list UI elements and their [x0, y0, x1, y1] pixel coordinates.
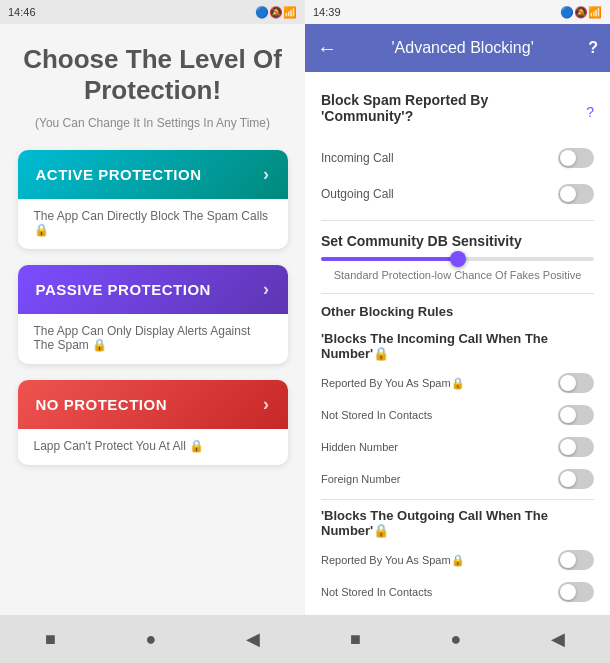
none-chevron-icon: › [263, 394, 270, 415]
active-protection-button[interactable]: ACTIVE PROTECTION › [18, 150, 288, 199]
left-nav-stop[interactable]: ■ [45, 629, 56, 650]
incoming-call-toggle[interactable] [558, 148, 594, 168]
right-nav-back[interactable]: ◀ [551, 628, 565, 650]
active-chevron-icon: › [263, 164, 270, 185]
active-protection-desc: The App Can Directly Block The Spam Call… [18, 199, 288, 249]
incoming-item-2: Hidden Number [321, 431, 594, 463]
no-protection-button[interactable]: NO PROTECTION › [18, 380, 288, 429]
incoming-item-label-3: Foreign Number [321, 473, 400, 485]
help-button[interactable]: ? [588, 39, 598, 57]
active-protection-card[interactable]: ACTIVE PROTECTION › The App Can Directly… [18, 150, 288, 249]
left-status-icons: 🔵🔕📶 [255, 6, 297, 19]
right-nav-stop[interactable]: ■ [350, 629, 361, 650]
incoming-item-0: Reported By You As Spam🔒 [321, 367, 594, 399]
block-spam-header-row: Block Spam Reported By 'Community'? ? [321, 84, 594, 140]
incoming-toggle-3[interactable] [558, 469, 594, 489]
left-nav-back[interactable]: ◀ [246, 628, 260, 650]
incoming-item-1: Not Stored In Contacts [321, 399, 594, 431]
outgoing-call-row: Outgoing Call [321, 176, 594, 212]
left-status-bar: 14:46 🔵🔕📶 [0, 0, 305, 24]
right-bottom-nav: ■ ● ◀ [305, 615, 610, 663]
outgoing-toggle-1[interactable] [558, 582, 594, 602]
passive-chevron-icon: › [263, 279, 270, 300]
outgoing-item-1: Not Stored In Contacts [321, 576, 594, 608]
sensitivity-title: Set Community DB Sensitivity [321, 233, 594, 249]
passive-protection-button[interactable]: PASSIVE PROTECTION › [18, 265, 288, 314]
incoming-block-group: 'Blocks The Incoming Call When The Numbe… [305, 323, 610, 499]
outgoing-call-toggle[interactable] [558, 184, 594, 204]
outgoing-item-0: Reported By You As Spam🔒 [321, 544, 594, 576]
right-content: Block Spam Reported By 'Community'? ? In… [305, 72, 610, 615]
outgoing-call-label: Outgoing Call [321, 187, 558, 201]
left-time: 14:46 [8, 6, 36, 18]
incoming-item-label-1: Not Stored In Contacts [321, 409, 432, 421]
incoming-block-group-title: 'Blocks The Incoming Call When The Numbe… [321, 331, 594, 361]
block-spam-section: Block Spam Reported By 'Community'? ? In… [305, 72, 610, 220]
left-nav-home[interactable]: ● [146, 629, 157, 650]
right-nav-home[interactable]: ● [451, 629, 462, 650]
passive-protection-card[interactable]: PASSIVE PROTECTION › The App Can Only Di… [18, 265, 288, 364]
incoming-toggle-1[interactable] [558, 405, 594, 425]
incoming-call-row: Incoming Call [321, 140, 594, 176]
outgoing-item-label-1: Not Stored In Contacts [321, 586, 432, 598]
left-panel: 14:46 🔵🔕📶 Choose The Level Of Protection… [0, 0, 305, 663]
right-status-icons: 🔵🔕📶 [560, 6, 602, 19]
page-subtitle: (You Can Change It In Settings In Any Ti… [15, 116, 290, 150]
incoming-item-label-2: Hidden Number [321, 441, 398, 453]
other-blocking-title: Other Blocking Rules [305, 294, 610, 323]
right-header: ← 'Advanced Blocking' ? [305, 24, 610, 72]
block-spam-title: Block Spam Reported By 'Community'? [321, 92, 580, 124]
outgoing-block-group: 'Blocks The Outgoing Call When The Numbe… [305, 500, 610, 612]
sensitivity-slider[interactable] [321, 257, 594, 261]
left-bottom-nav: ■ ● ◀ [0, 615, 305, 663]
passive-protection-desc: The App Can Only Display Alerts Against … [18, 314, 288, 364]
incoming-item-label-0: Reported By You As Spam🔒 [321, 377, 465, 390]
right-time: 14:39 [313, 6, 341, 18]
page-title: Choose The Level Of Protection! [20, 44, 285, 106]
outgoing-item-label-0: Reported By You As Spam🔒 [321, 554, 465, 567]
slider-label: Standard Protection-low Chance Of Fakes … [321, 269, 594, 281]
slider-thumb[interactable] [450, 251, 466, 267]
block-spam-help-icon[interactable]: ? [586, 104, 594, 120]
left-title-area: Choose The Level Of Protection! [0, 24, 305, 116]
header-title: 'Advanced Blocking' [337, 39, 588, 57]
outgoing-block-group-title: 'Blocks The Outgoing Call When The Numbe… [321, 508, 594, 538]
back-button[interactable]: ← [317, 37, 337, 60]
right-status-bar: 14:39 🔵🔕📶 [305, 0, 610, 24]
incoming-toggle-0[interactable] [558, 373, 594, 393]
no-protection-desc: Lapp Can't Protect You At All 🔒 [18, 429, 288, 465]
slider-fill [321, 257, 458, 261]
incoming-call-label: Incoming Call [321, 151, 558, 165]
no-protection-card[interactable]: NO PROTECTION › Lapp Can't Protect You A… [18, 380, 288, 465]
outgoing-toggle-0[interactable] [558, 550, 594, 570]
incoming-toggle-2[interactable] [558, 437, 594, 457]
right-panel: 14:39 🔵🔕📶 ← 'Advanced Blocking' ? Block … [305, 0, 610, 663]
sensitivity-section: Set Community DB Sensitivity Standard Pr… [305, 221, 610, 293]
incoming-item-3: Foreign Number [321, 463, 594, 495]
